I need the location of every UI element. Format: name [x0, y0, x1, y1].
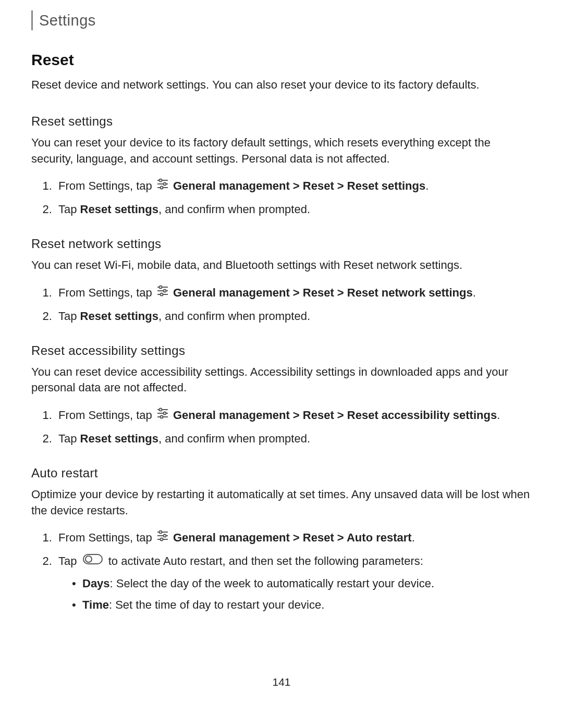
step-text: Tap: [58, 310, 80, 323]
svg-point-21: [163, 535, 166, 537]
subheading-reset-accessibility: Reset accessibility settings: [31, 343, 532, 358]
step-item: From Settings, tap General management > …: [55, 284, 532, 302]
step-suffix: , and confirm when prompted.: [158, 310, 310, 323]
sub-list: Days: Select the day of the week to auto…: [58, 575, 532, 613]
step-bold: Reset settings: [80, 203, 158, 216]
steps-auto-restart: From Settings, tap General management > …: [31, 529, 532, 613]
para-reset-network: You can reset Wi-Fi, mobile data, and Bl…: [31, 257, 532, 274]
svg-point-19: [159, 531, 162, 534]
para-auto-restart: Optimize your device by restarting it au…: [31, 487, 532, 519]
step-text: From Settings, tap: [58, 409, 155, 422]
page-number: 141: [31, 676, 532, 688]
nav-path: General management > Reset > Reset acces…: [173, 409, 497, 422]
sub-item: Time: Set the time of day to restart you…: [72, 596, 532, 613]
nav-path: General management > Reset > Reset setti…: [173, 179, 425, 192]
step-suffix: to activate Auto restart, and then set t…: [108, 554, 423, 567]
steps-reset-accessibility: From Settings, tap General management > …: [31, 406, 532, 447]
sliders-icon: [156, 284, 169, 301]
step-item: Tap Reset settings, and confirm when pro…: [55, 201, 532, 218]
step-text: Tap: [58, 432, 80, 445]
step-suffix: .: [425, 179, 429, 192]
steps-reset-settings: From Settings, tap General management > …: [31, 177, 532, 218]
sub-rest: : Select the day of the week to automati…: [110, 577, 434, 590]
steps-reset-network: From Settings, tap General management > …: [31, 284, 532, 325]
header-title: Settings: [39, 12, 96, 29]
step-bold: Reset settings: [80, 310, 158, 323]
header-accent-bar: [31, 10, 33, 30]
step-suffix: .: [412, 531, 415, 544]
para-reset-settings: You can reset your device to its factory…: [31, 135, 532, 167]
step-item: From Settings, tap General management > …: [55, 529, 532, 547]
sub-rest: : Set the time of day to restart your de…: [109, 598, 324, 611]
step-text: From Settings, tap: [58, 179, 155, 192]
svg-point-9: [163, 289, 166, 292]
sliders-icon: [156, 177, 169, 194]
sub-item: Days: Select the day of the week to auto…: [72, 575, 532, 592]
step-suffix: .: [497, 409, 500, 422]
svg-point-5: [160, 187, 163, 189]
svg-point-23: [160, 538, 163, 541]
sliders-icon: [156, 406, 169, 424]
step-suffix: , and confirm when prompted.: [158, 432, 310, 445]
step-item: Tap to activate Auto restart, and then s…: [55, 552, 532, 613]
sub-bold: Days: [82, 577, 110, 590]
section-title-reset: Reset: [31, 51, 532, 69]
svg-point-3: [163, 183, 166, 186]
toggle-off-icon: [82, 552, 103, 570]
page-header: Settings: [31, 10, 532, 30]
step-text: Tap: [58, 554, 80, 567]
svg-point-25: [85, 556, 92, 562]
step-item: From Settings, tap General management > …: [55, 406, 532, 425]
section-intro: Reset device and network settings. You c…: [31, 77, 532, 93]
sub-bold: Time: [82, 598, 109, 611]
svg-point-17: [160, 415, 163, 418]
svg-point-13: [159, 408, 162, 411]
para-reset-accessibility: You can reset device accessibility setti…: [31, 364, 532, 397]
svg-point-15: [163, 412, 166, 414]
svg-point-7: [159, 286, 162, 288]
subheading-reset-settings: Reset settings: [31, 114, 532, 129]
step-item: Tap Reset settings, and confirm when pro…: [55, 430, 532, 447]
subheading-auto-restart: Auto restart: [31, 466, 532, 480]
svg-point-1: [159, 179, 162, 182]
document-page: Settings Reset Reset device and network …: [0, 0, 563, 720]
step-text: Tap: [58, 203, 80, 216]
nav-path: General management > Reset > Reset netwo…: [173, 286, 473, 299]
nav-path: General management > Reset > Auto restar…: [173, 531, 412, 544]
step-suffix: .: [473, 286, 476, 299]
step-bold: Reset settings: [80, 432, 158, 445]
sliders-icon: [156, 529, 169, 546]
svg-point-11: [160, 293, 163, 295]
step-suffix: , and confirm when prompted.: [158, 203, 310, 216]
step-text: From Settings, tap: [58, 286, 155, 299]
subheading-reset-network: Reset network settings: [31, 237, 532, 251]
step-item: From Settings, tap General management > …: [55, 177, 532, 195]
step-item: Tap Reset settings, and confirm when pro…: [55, 307, 532, 325]
step-text: From Settings, tap: [58, 531, 155, 544]
